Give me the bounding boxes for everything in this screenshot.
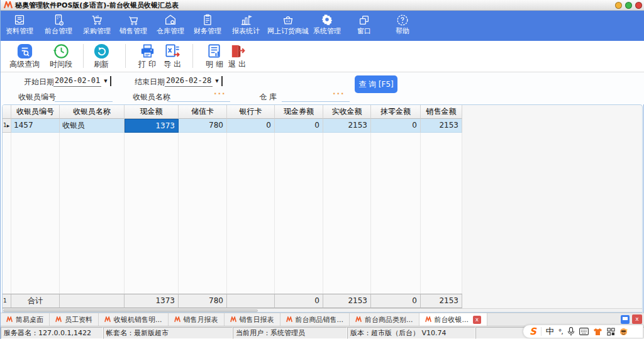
export-button[interactable]: 导 出 [155, 43, 190, 70]
tab-logo-icon [286, 316, 293, 323]
keyboard-icon[interactable] [579, 328, 589, 335]
cell-cashier-name[interactable]: 收银员 [60, 119, 125, 133]
warehouse-label: 仓 库 [259, 91, 277, 103]
column-header[interactable]: 现金额 [125, 105, 179, 119]
end-date-label: 结束日期 [135, 75, 165, 88]
close-button[interactable] [635, 2, 642, 9]
warehouse-browse-icon[interactable]: ··· [333, 89, 345, 98]
total-row-header: 1 [3, 294, 11, 308]
tab-frontdesk-product-sales[interactable]: 前台商品销售... [280, 313, 350, 326]
start-date-value: 2026-02-01 [53, 75, 101, 87]
grid-total-row: 1 合计 1373 780 0 2153 0 2153 [3, 294, 462, 308]
version-status: 版本：超市版（后台） V10.74 [347, 327, 475, 339]
cell-rounding-amount[interactable]: 0 [371, 119, 421, 133]
column-header[interactable]: 收银员编号 [11, 105, 60, 119]
total-received: 2153 [323, 294, 371, 308]
tab-logo-icon [55, 316, 62, 323]
archive-icon [13, 13, 26, 27]
menu-finance-management[interactable]: 财务管理 [190, 13, 225, 40]
ime-logo-icon[interactable]: S [530, 325, 536, 338]
menu-purchase-management[interactable]: 采购管理 [79, 13, 114, 40]
advanced-query-button[interactable]: 高级查询 [7, 43, 42, 70]
toolbox-grid-icon[interactable] [607, 328, 615, 336]
server-name-status: 服务器名：127.0.0.1,1422 [1, 327, 103, 339]
chevron-down-icon[interactable]: ▼ [101, 79, 110, 84]
current-user-status: 当前用户：系统管理员 [233, 327, 347, 339]
menu-report-statistics[interactable]: 报表统计 [228, 13, 264, 40]
minimize-button[interactable] [615, 2, 622, 9]
close-all-tabs-button[interactable]: x [632, 314, 642, 324]
total-rounding: 0 [371, 294, 421, 308]
tab-employee-data[interactable]: 员工资料 [50, 313, 99, 326]
tab-daily-sales-report[interactable]: 销售日报表 [225, 313, 280, 326]
total-cash-coupon: 0 [275, 294, 323, 308]
menu-warehouse-management[interactable]: 仓库管理 [153, 13, 188, 40]
row-header: 1▶ [3, 119, 11, 133]
horizontal-scrollbar[interactable] [3, 308, 642, 313]
column-header[interactable]: 收银员名称 [60, 105, 125, 119]
tab-easy-desktop[interactable]: 简易桌面 [1, 313, 50, 326]
chevron-down-icon[interactable]: ▼ [213, 79, 221, 84]
refresh-button[interactable]: 刷新 [84, 43, 119, 70]
column-header[interactable]: 银行卡 [227, 105, 275, 119]
toolbar-separator [125, 44, 126, 68]
combo-divider [110, 76, 111, 86]
menu-online-order-mall[interactable]: 网上订货商城 [263, 13, 313, 40]
cart-icon [126, 13, 140, 27]
filter-panel: 开始日期 2026-02-01 ▼ 结束日期 2026-02-28 ▼ 查 询 … [1, 72, 644, 104]
tab-close-icon[interactable]: x [473, 316, 481, 324]
maximize-button[interactable] [625, 2, 632, 9]
scrollbar-thumb[interactable] [3, 309, 258, 312]
total-stored-value-card: 780 [179, 294, 227, 308]
query-button[interactable]: 查 询 [F5] [355, 75, 397, 93]
microphone-icon[interactable] [567, 327, 575, 336]
menu-system-management[interactable]: 系统管理 [309, 13, 345, 40]
titlebar: 秘奥管理软件POS版(多语言)-前台收银员收银汇总表 [1, 0, 644, 11]
ime-tone-icon[interactable]: °‚ [558, 328, 563, 336]
cell-cash-coupon[interactable]: 0 [275, 119, 323, 133]
clock-icon [53, 43, 70, 60]
column-header[interactable]: 实收金额 [323, 105, 371, 119]
grid-header-row: 收银员编号 收银员名称 现金额 储值卡 银行卡 现金券额 实收金额 抹零金额 销… [3, 105, 462, 119]
row-marker-icon: ▶ [7, 123, 10, 128]
column-header[interactable]: 现金券额 [275, 105, 323, 119]
cell-cashier-no[interactable]: 1457 [11, 119, 60, 133]
save-layout-icon[interactable] [621, 315, 630, 324]
end-date-combobox[interactable]: 2026-02-28 ▼ [165, 75, 223, 87]
start-date-combobox[interactable]: 2026-02-01 ▼ [53, 75, 111, 87]
combo-divider [221, 76, 223, 86]
cell-sales-amount[interactable]: 2153 [421, 119, 462, 133]
menu-sales-management[interactable]: 销售管理 [116, 13, 151, 40]
ime-language-toggle[interactable]: 中 [546, 326, 554, 337]
menu-window[interactable]: 窗口 [347, 13, 382, 40]
end-date-value: 2026-02-28 [165, 75, 213, 87]
cashier-no-input[interactable] [55, 91, 113, 102]
cell-stored-value-card[interactable]: 780 [179, 119, 227, 133]
tab-frontdesk-cashier-summary[interactable]: 前台收银... x [419, 313, 488, 326]
toolbar: 高级查询 时间段 刷新 [1, 41, 644, 72]
column-header[interactable]: 销售金额 [421, 105, 462, 119]
cell-received-amount[interactable]: 2153 [323, 119, 371, 133]
refresh-icon [93, 43, 110, 60]
tab-frontdesk-product-category[interactable]: 前台商品类别... [350, 313, 419, 326]
table-row[interactable]: 1▶ 1457 收银员 1373 780 0 0 2153 0 2153 [3, 119, 462, 133]
column-header[interactable]: 抹零金额 [371, 105, 421, 119]
exit-button[interactable]: 退 出 [219, 43, 255, 70]
time-range-button[interactable]: 时间段 [43, 43, 79, 70]
column-header[interactable]: 储值卡 [179, 105, 227, 119]
menu-help[interactable]: 帮助 [385, 13, 420, 40]
emoji-icon[interactable] [619, 328, 628, 336]
cashier-name-browse-icon[interactable]: ··· [214, 89, 226, 98]
cart-full-icon [90, 13, 104, 27]
cell-bank-card[interactable]: 0 [227, 119, 275, 133]
warehouse-icon [164, 13, 177, 27]
cell-cash-amount-selected[interactable]: 1373 [125, 119, 179, 133]
tab-register-sales-detail[interactable]: 收银机销售明... [99, 313, 169, 326]
account-set-status: 帐套名：最新版超市 [103, 327, 233, 339]
skin-shirt-icon[interactable] [593, 328, 602, 336]
menu-frontdesk-management[interactable]: 前台管理 [41, 13, 76, 40]
tab-monthly-sales-report[interactable]: 销售月报表 [169, 313, 225, 326]
tab-logo-icon [355, 316, 362, 323]
menu-data-management[interactable]: 资料管理 [2, 13, 37, 40]
pos-terminal-icon [52, 13, 65, 27]
